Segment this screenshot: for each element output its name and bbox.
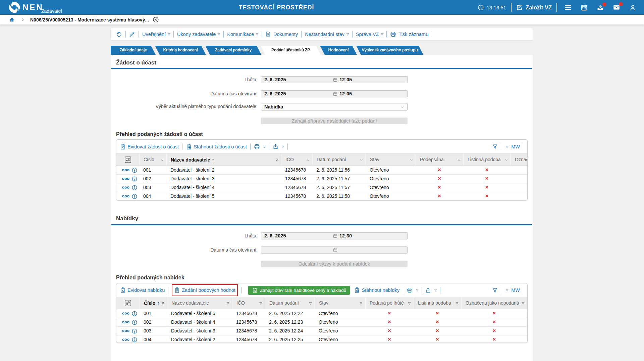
column-header-ico[interactable]: IČO ▽ bbox=[281, 154, 312, 166]
zahajit-oteviraní-button[interactable]: Zahájit otevírání nabídkové ceny a nákla… bbox=[248, 286, 350, 295]
table-row[interactable]: 001 Dodavatel - školení 2 12345678 2. 6.… bbox=[116, 166, 527, 175]
column-settings-header[interactable] bbox=[116, 297, 140, 309]
filter-icon[interactable]: ▽ bbox=[227, 297, 229, 309]
filter-icon[interactable]: ▽ bbox=[458, 154, 460, 166]
filter-icon[interactable]: ▽ bbox=[162, 297, 164, 309]
filter-icon[interactable]: ▽ bbox=[505, 154, 507, 166]
edit-button[interactable] bbox=[129, 31, 135, 37]
column-header-cislo[interactable]: Číslo↑ ▽ bbox=[140, 297, 167, 309]
stahnout-nabidky-button[interactable]: Stáhnout nabídky bbox=[354, 287, 399, 293]
table-row[interactable]: 002 Dodavatel - školení 3 12345678 2. 6.… bbox=[116, 175, 527, 183]
tab-zakladni-udaje[interactable]: Základní údaje bbox=[111, 46, 156, 55]
print-table-button[interactable]: ▽ bbox=[254, 144, 266, 150]
filter-icon[interactable]: ▽ bbox=[360, 297, 362, 309]
table-row[interactable]: 002 Dodavatel - školení 4 12345678 2. 6.… bbox=[116, 318, 527, 327]
menu-uverejneni[interactable]: Uveřejnění ▽ bbox=[142, 32, 170, 37]
menu-dokumenty[interactable]: Dokumenty bbox=[265, 31, 298, 37]
mw-toggle[interactable]: MW bbox=[511, 144, 520, 149]
filter-icon[interactable]: ▽ bbox=[410, 154, 413, 166]
filter-icon[interactable]: ▽ bbox=[408, 297, 411, 309]
breadcrumb-item[interactable]: N006/25/V00005213 - Modernizace systému … bbox=[30, 17, 149, 22]
column-settings-header[interactable] bbox=[116, 154, 139, 166]
filter-icon[interactable]: ▽ bbox=[456, 297, 458, 309]
row-menu-icon[interactable] bbox=[122, 338, 129, 341]
dropdown-caret-icon[interactable]: ▽ bbox=[506, 145, 508, 148]
lhuta-date-value[interactable]: 2. 6. 2025 bbox=[264, 77, 286, 83]
column-header-stav[interactable]: Stav ▽ bbox=[366, 154, 416, 166]
oteviraní-date-value[interactable]: 2. 6. 2025 bbox=[264, 91, 286, 97]
table-row[interactable]: 003 Dodavatel - školení 3 12345678 2. 6.… bbox=[116, 327, 527, 335]
info-icon[interactable] bbox=[132, 320, 137, 325]
column-header-cislo[interactable]: Číslo ▽ bbox=[139, 154, 166, 166]
info-icon[interactable] bbox=[132, 328, 137, 334]
evidovat-zadost-button[interactable]: Evidovat žádost o účast bbox=[120, 144, 179, 150]
info-icon[interactable] bbox=[132, 176, 137, 182]
row-menu-icon[interactable] bbox=[122, 329, 129, 332]
export-table-button[interactable]: ▽ bbox=[273, 144, 284, 149]
filter-icon[interactable]: ▽ bbox=[522, 297, 524, 309]
info-icon[interactable] bbox=[132, 311, 137, 316]
oteviraní-time-value[interactable]: 12:05 bbox=[339, 91, 352, 97]
filter-icon[interactable]: ▽ bbox=[309, 297, 312, 309]
home-icon[interactable] bbox=[9, 17, 15, 22]
lhuta-datetime-field[interactable]: 2. 6. 2025 12:30 bbox=[261, 232, 408, 239]
history-button[interactable] bbox=[116, 31, 122, 37]
lhuta-time-value[interactable]: 12:05 bbox=[339, 77, 352, 83]
column-header-ico[interactable]: IČO ▽ bbox=[232, 297, 265, 309]
lhuta-time-value[interactable]: 12:30 bbox=[339, 233, 352, 239]
mw-toggle[interactable]: MW bbox=[511, 287, 520, 293]
lhuta-datetime-field[interactable]: 2. 6. 2025 12:05 bbox=[261, 76, 408, 83]
column-header-oznacena[interactable]: Označena jako nepodaná ▽ bbox=[461, 297, 527, 309]
tab-hodnoceni[interactable]: Hodnocení bbox=[320, 46, 357, 55]
create-vz-button[interactable]: Založit VZ bbox=[516, 4, 552, 11]
info-icon[interactable] bbox=[132, 185, 137, 190]
row-menu-icon[interactable] bbox=[122, 312, 129, 315]
table-row[interactable]: 003 Dodavatel - školení 4 12345678 2. 6.… bbox=[116, 183, 527, 192]
row-menu-icon[interactable] bbox=[122, 169, 129, 172]
column-header-datum-podani[interactable]: Datum podání ▽ bbox=[312, 154, 366, 166]
tab-kriteria-hodnoceni[interactable]: Kritéria hodnocení bbox=[155, 46, 206, 55]
row-menu-icon[interactable] bbox=[122, 186, 129, 189]
stahnout-zadosti-button[interactable]: Stáhnout žádosti o účast bbox=[186, 144, 247, 150]
calendar-button[interactable] bbox=[581, 4, 588, 11]
menu-nestandardni-stav[interactable]: Nestandardní stav ▽ bbox=[305, 32, 349, 37]
zadani-bodovych-hodnot-button[interactable]: Zadání bodových hodnot bbox=[174, 287, 235, 293]
oteviraní-datetime-field-empty[interactable] bbox=[261, 246, 408, 254]
filter-icon[interactable]: ▽ bbox=[360, 154, 363, 166]
column-header-listinna-podoba[interactable]: Listinná podoba ▽ bbox=[463, 154, 511, 166]
main-menu-button[interactable] bbox=[565, 4, 572, 11]
close-tab-icon[interactable] bbox=[153, 16, 159, 23]
column-header-nazev-dodavatele[interactable]: Název dodavatele ▽ bbox=[167, 297, 232, 309]
filter-icon[interactable]: ▽ bbox=[276, 154, 278, 166]
menu-tisk-zaznamu[interactable]: Tisk záznamu bbox=[390, 31, 428, 37]
nen-brand[interactable]: NEN Zadavatel bbox=[9, 2, 63, 13]
tab-zadavaci-podminky[interactable]: Zadávací podmínky bbox=[205, 46, 261, 55]
evidovat-nabidku-button[interactable]: Evidovat nabídku bbox=[120, 287, 165, 293]
filter-icon[interactable]: ▽ bbox=[307, 154, 309, 166]
print-table-button[interactable]: ▽ bbox=[407, 287, 418, 293]
filter-funnel-icon[interactable] bbox=[492, 287, 498, 293]
lhuta-date-value[interactable]: 2. 6. 2025 bbox=[264, 233, 286, 239]
menu-komunikace[interactable]: Komunikace ▽ bbox=[227, 32, 258, 37]
menu-ukony-zadavatele[interactable]: Úkony zadavatele ▽ bbox=[177, 32, 220, 37]
info-icon[interactable] bbox=[132, 337, 137, 343]
tab-podani-ucastniku-zp[interactable]: Podání účastníků ZP bbox=[261, 46, 321, 55]
table-row[interactable]: 001 Dodavatel - školení 5 12345678 2. 6.… bbox=[116, 309, 527, 318]
filter-icon[interactable]: ▽ bbox=[161, 154, 163, 166]
column-header-podana-po-lhute[interactable]: Podaná po lhůtě ▽ bbox=[365, 297, 414, 309]
column-header-nazev-dodavatele[interactable]: Název dodavatele↑ ▽ bbox=[166, 154, 281, 166]
column-header-podepsana[interactable]: Podepsána ▽ bbox=[416, 154, 463, 166]
typ-podani-select[interactable]: Nabídka bbox=[261, 103, 408, 110]
odeslani-vyzvy-button[interactable]: Odeslání výzvy k podání nabídek bbox=[261, 261, 408, 267]
oteviraní-datetime-field[interactable]: 2. 6. 2025 12:05 bbox=[261, 90, 408, 97]
export-table-button[interactable]: ▽ bbox=[425, 287, 437, 293]
filter-funnel-icon[interactable] bbox=[492, 144, 498, 149]
filter-icon[interactable]: ▽ bbox=[260, 297, 262, 309]
messages-button[interactable] bbox=[613, 4, 620, 11]
info-icon[interactable] bbox=[132, 168, 137, 173]
tab-vysledek-zadavaciho-postupu[interactable]: Výsledek zadávacího postupu bbox=[356, 46, 423, 55]
column-header-oznacena[interactable]: Označena jako nepodaná bbox=[511, 154, 528, 166]
row-menu-icon[interactable] bbox=[122, 195, 129, 198]
user-profile-button[interactable] bbox=[629, 4, 636, 11]
column-header-datum-podani[interactable]: Datum podání ▽ bbox=[265, 297, 315, 309]
